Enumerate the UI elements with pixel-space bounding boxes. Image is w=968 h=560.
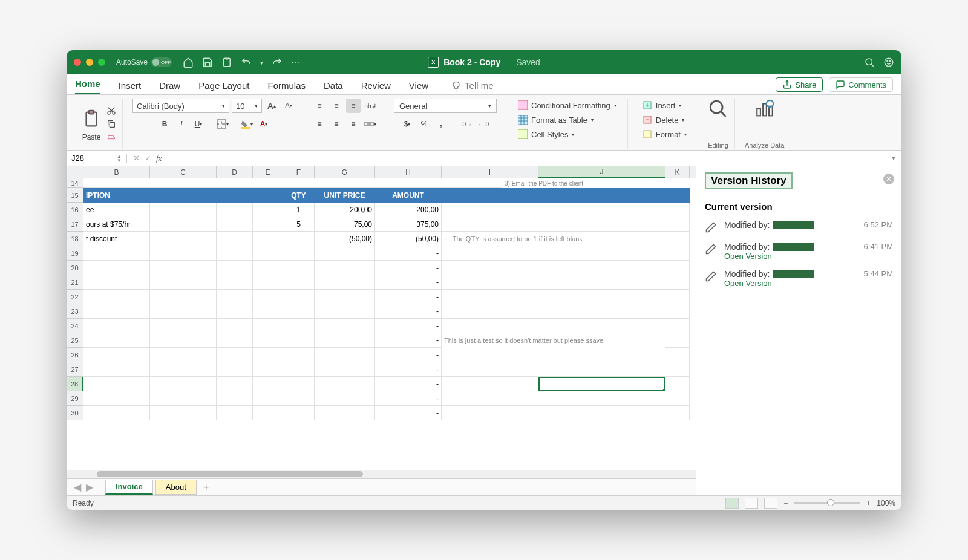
- cell[interactable]: [283, 362, 315, 377]
- cell[interactable]: [253, 203, 283, 217]
- copy-icon[interactable]: [106, 119, 116, 129]
- zoom-out-icon[interactable]: −: [783, 499, 788, 507]
- row-header[interactable]: 15: [67, 188, 83, 203]
- cell[interactable]: 375,00: [375, 217, 442, 232]
- cell[interactable]: [83, 261, 150, 275]
- cell[interactable]: [315, 246, 375, 261]
- cell[interactable]: [150, 246, 217, 261]
- add-sheet-button[interactable]: +: [199, 482, 214, 493]
- cell[interactable]: [83, 304, 150, 319]
- cell[interactable]: [538, 319, 666, 333]
- cell[interactable]: [150, 319, 217, 333]
- cell[interactable]: [283, 304, 315, 319]
- cell[interactable]: [442, 246, 538, 261]
- cell[interactable]: [666, 304, 690, 319]
- column-header[interactable]: G: [315, 166, 375, 178]
- cell[interactable]: [315, 391, 375, 406]
- row-header[interactable]: 20: [67, 261, 83, 275]
- increase-font-icon[interactable]: A▴: [264, 99, 279, 113]
- cell[interactable]: [217, 188, 253, 203]
- cell[interactable]: [253, 188, 283, 203]
- tab-draw[interactable]: Draw: [159, 80, 180, 94]
- cell[interactable]: [442, 261, 538, 275]
- cell[interactable]: [253, 232, 283, 246]
- cell[interactable]: [150, 232, 217, 246]
- increase-decimal-icon[interactable]: .0→: [459, 117, 474, 131]
- cell[interactable]: 1: [283, 203, 315, 217]
- column-header[interactable]: E: [253, 166, 283, 178]
- cell[interactable]: [283, 319, 315, 333]
- cell[interactable]: [83, 362, 150, 377]
- cell[interactable]: [538, 391, 666, 406]
- align-middle-icon[interactable]: ≡: [329, 99, 344, 113]
- cell[interactable]: [150, 333, 217, 348]
- format-cells-button[interactable]: Format▾: [638, 128, 692, 141]
- cell[interactable]: [666, 348, 690, 362]
- cell[interactable]: [150, 362, 217, 377]
- version-item[interactable]: Modified by: Open Version 6:41 PM: [705, 242, 893, 261]
- comments-button[interactable]: Comments: [829, 77, 893, 92]
- row-header[interactable]: 21: [67, 275, 83, 290]
- cell[interactable]: -: [375, 406, 442, 420]
- cell[interactable]: [315, 319, 375, 333]
- select-all-corner[interactable]: [67, 166, 83, 178]
- cell[interactable]: [442, 304, 538, 319]
- cell[interactable]: [538, 362, 666, 377]
- cell[interactable]: -: [375, 261, 442, 275]
- fx-icon[interactable]: fx: [156, 154, 162, 163]
- cell[interactable]: [83, 319, 150, 333]
- tell-me[interactable]: Tell me: [451, 80, 494, 94]
- print-icon[interactable]: [221, 57, 232, 68]
- cell[interactable]: [315, 362, 375, 377]
- cut-icon[interactable]: [106, 106, 116, 116]
- cell[interactable]: [283, 333, 315, 348]
- decrease-font-icon[interactable]: A▾: [281, 99, 296, 113]
- cell[interactable]: [253, 391, 283, 406]
- insert-cells-button[interactable]: Insert▾: [638, 99, 687, 112]
- column-header[interactable]: H: [375, 166, 442, 178]
- cell[interactable]: [315, 348, 375, 362]
- normal-view-icon[interactable]: [725, 498, 739, 509]
- zoom-in-icon[interactable]: +: [866, 499, 871, 507]
- paste-button[interactable]: [80, 106, 103, 132]
- cell[interactable]: This is just a test so it doesn't matter…: [442, 333, 666, 348]
- cell[interactable]: [217, 362, 253, 377]
- cell[interactable]: [283, 290, 315, 304]
- cell[interactable]: [666, 290, 690, 304]
- tab-page-layout[interactable]: Page Layout: [198, 80, 249, 94]
- close-pane-icon[interactable]: ✕: [883, 174, 894, 184]
- cell[interactable]: [442, 391, 538, 406]
- font-name-select[interactable]: Calibri (Body)▾: [132, 99, 229, 113]
- zoom-slider[interactable]: [794, 502, 860, 504]
- cell[interactable]: [666, 391, 690, 406]
- cell[interactable]: [442, 319, 538, 333]
- page-layout-view-icon[interactable]: [745, 498, 758, 509]
- cell[interactable]: [538, 348, 666, 362]
- cell[interactable]: [315, 333, 375, 348]
- cell[interactable]: [150, 217, 217, 232]
- column-header[interactable]: C: [150, 166, 217, 178]
- cell[interactable]: [83, 290, 150, 304]
- version-item[interactable]: Modified by: Open Version 5:44 PM: [705, 269, 893, 288]
- delete-cells-button[interactable]: Delete▾: [638, 113, 690, 126]
- cell[interactable]: [253, 319, 283, 333]
- open-version-link[interactable]: Open Version: [724, 279, 857, 288]
- cell[interactable]: [253, 333, 283, 348]
- row-header[interactable]: 16: [67, 203, 83, 217]
- column-header[interactable]: J: [538, 166, 666, 178]
- fill-color-button[interactable]: ▾: [240, 117, 254, 131]
- cell[interactable]: [315, 275, 375, 290]
- cell[interactable]: [83, 275, 150, 290]
- cell[interactable]: [217, 391, 253, 406]
- cell[interactable]: [666, 362, 690, 377]
- open-version-link[interactable]: Open Version: [724, 252, 857, 261]
- align-right-icon[interactable]: ≡: [346, 117, 361, 131]
- cell[interactable]: [217, 348, 253, 362]
- cell[interactable]: 75,00: [315, 217, 375, 232]
- cell[interactable]: IPTION: [83, 188, 150, 203]
- format-painter-icon[interactable]: [106, 132, 116, 142]
- cell[interactable]: [666, 203, 690, 217]
- percent-icon[interactable]: %: [417, 117, 431, 131]
- cell-styles-button[interactable]: Cell Styles▾: [513, 128, 579, 141]
- cell[interactable]: [253, 304, 283, 319]
